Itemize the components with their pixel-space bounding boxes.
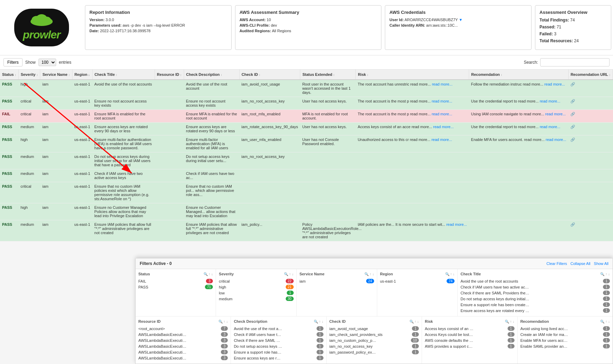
table-row: PASS high iam us-east-1 Ensure multi-fac… (0, 135, 613, 152)
cell-check-title: Ensure no Customer Managed Policies allo… (92, 203, 155, 220)
cell-check-desc: Ensure MFA is enabled for the root accou… (184, 110, 239, 123)
cell-status-extended (300, 182, 356, 203)
logo-area: prowler (0, 3, 83, 52)
cell-severity: medium (18, 123, 40, 135)
col-severity[interactable]: Severity (18, 70, 40, 80)
cell-service: iam (40, 182, 72, 203)
cell-service: iam (40, 152, 72, 169)
entries-select[interactable]: 10 25 50 100 (38, 59, 56, 66)
cell-check-id (239, 203, 300, 220)
cell-resource-id (155, 203, 184, 220)
cell-severity: high (18, 135, 40, 152)
filters-bar-left: Filters Show 10 25 50 100 entries (3, 58, 71, 66)
cell-region: us-east-1 (72, 220, 92, 241)
cell-check-id: iam_no_root_access_key (239, 152, 300, 169)
col-risk[interactable]: Risk (356, 70, 469, 80)
col-status[interactable]: Status (0, 70, 18, 80)
aws-summary-title: AWS Assessment Summary (240, 10, 377, 15)
main-table: Status Severity Service Name Region Chec… (0, 70, 613, 241)
filters-button[interactable]: Filters (3, 58, 23, 66)
table-row: PASS high iam us-east-1 Avoid the use of… (0, 80, 613, 97)
cell-service: iam (40, 80, 72, 97)
cell-rec-url: 🔗 (568, 97, 613, 110)
cell-resource-id (155, 97, 184, 110)
cell-rec-url (568, 152, 613, 169)
passed-count: Passed: 71 (539, 25, 607, 29)
cell-risk: The root account is the most p read more… (356, 97, 469, 110)
cell-check-desc: Do not setup access keys during initial … (184, 152, 239, 169)
cell-recommendation: Follow the remediation instruc read more… (469, 80, 569, 97)
cell-severity: medium (18, 152, 40, 169)
cell-check-desc: Ensure multi-factor authentication (MFA)… (184, 135, 239, 152)
cell-region: us-east-1 (72, 135, 92, 152)
search-input[interactable] (540, 58, 610, 66)
table-row: PASS medium iam us-east-1 Check if IAM u… (0, 169, 613, 182)
cell-severity: high (18, 80, 40, 97)
col-region[interactable]: Region (72, 70, 92, 80)
table-row: PASS medium iam us-east-1 Ensure access … (0, 123, 613, 135)
cell-severity: critical (18, 97, 40, 110)
cell-risk: The root account has unrestric read more… (356, 80, 469, 97)
cell-recommendation (469, 152, 569, 169)
cell-recommendation (469, 182, 569, 203)
cell-service: iam (40, 203, 72, 220)
cell-check-desc: Avoid the use of the root account (184, 80, 239, 97)
col-status-extended[interactable]: Status Extended (300, 70, 356, 80)
aws-userid: User Id: AROARRZCCE4WAISBUBZ7Y ▼ (389, 18, 527, 22)
cell-check-desc: Ensure no Customer Managed... allow acti… (184, 203, 239, 220)
cell-risk (356, 182, 469, 203)
cell-severity: medium (18, 220, 40, 241)
cell-risk (356, 203, 469, 220)
cell-status: PASS (0, 135, 18, 152)
col-check-title[interactable]: Check Title (92, 70, 155, 80)
cell-resource-id (155, 123, 184, 135)
cell-service: iam (40, 97, 72, 110)
cell-severity: critical (18, 182, 40, 203)
cell-region: us-east-1 (72, 97, 92, 110)
cell-region: us-east-1 (72, 123, 92, 135)
cell-risk (356, 169, 469, 182)
cell-check-title: Check if IAM users have two active acces… (92, 169, 155, 182)
col-recommendation[interactable]: Recomendation (469, 70, 569, 80)
assessment-overview-title: Assessment Overview (539, 10, 607, 15)
cell-rec-url: 🔗 (568, 123, 613, 135)
col-resource-id[interactable]: Resource ID (155, 70, 184, 80)
cell-status: PASS (0, 169, 18, 182)
cell-check-id: iam_policy... (239, 220, 300, 241)
cell-status: PASS (0, 182, 18, 203)
assessment-overview-section: Assessment Overview Total Findings: 74 P… (535, 5, 611, 50)
cell-status-extended: User has not Console Password enabled. (300, 135, 356, 152)
cell-region: us-east-1 (72, 110, 92, 123)
cell-status: PASS (0, 123, 18, 135)
aws-summary-section: AWS Assessment Summary AWS Account: 10 A… (235, 5, 382, 50)
cell-check-desc: Ensure access keys are rotated every 90 … (184, 123, 239, 135)
cell-service: iam (40, 110, 72, 123)
svg-point-3 (43, 17, 51, 24)
cell-status-extended (300, 203, 356, 220)
col-service-name[interactable]: Service Name (40, 70, 72, 80)
cell-check-title: Ensure multi-factor authentication (MFA)… (92, 135, 155, 152)
cell-region: us-east-1 (72, 152, 92, 169)
cell-risk: IAM policies are the... It is more secur… (356, 220, 469, 241)
cell-check-id (239, 169, 300, 182)
cell-status-extended (300, 169, 356, 182)
cell-check-title: Do not setup access keys during initial … (92, 152, 155, 169)
cell-status: PASS (0, 152, 18, 169)
cell-check-id: iam_user_mfa_enabled (239, 135, 300, 152)
cell-region: us-east-1 (72, 80, 92, 97)
cell-rec-url: 🔗 (568, 135, 613, 152)
aws-credentials-title: AWS Credentials (389, 10, 527, 15)
entries-label: entries (59, 60, 71, 65)
failed-count: Failed: 3 (539, 32, 607, 36)
cell-status: PASS (0, 80, 18, 97)
cell-check-desc: Ensure that no custom IAM pol... which a… (184, 182, 239, 203)
cell-region: us-east-1 (72, 182, 92, 203)
report-version: Version: 3.0.0 (89, 18, 227, 22)
col-check-desc[interactable]: Check Description (184, 70, 239, 80)
col-check-id[interactable]: Check ID (239, 70, 300, 80)
filters-bar: Filters Show 10 25 50 100 entries Search… (0, 55, 613, 70)
cell-check-title: Ensure access keys are rotated every 90 … (92, 123, 155, 135)
col-rec-url[interactable]: Recomendation URL (568, 70, 613, 80)
cell-service: iam (40, 220, 72, 241)
cell-resource-id (155, 152, 184, 169)
